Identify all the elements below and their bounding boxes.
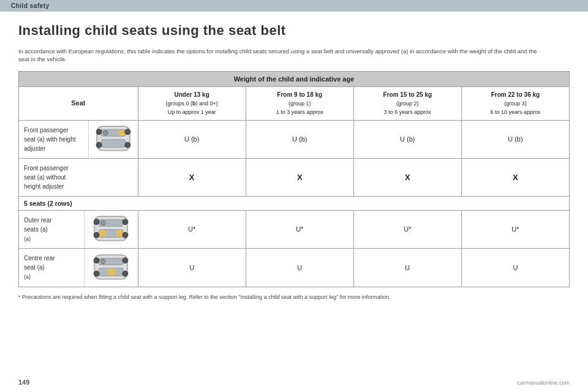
svg-rect-18	[99, 230, 105, 237]
svg-point-6	[125, 142, 130, 148]
footnote: * Precautions are required when fitting …	[18, 293, 545, 302]
table-header-top: Weight of the child and indicative age	[19, 71, 570, 86]
svg-point-15	[123, 219, 128, 225]
seat-label-front-with-adjuster: Front passengerseat (a) with heightadjus…	[19, 121, 88, 158]
cell-centre-rear-15to25: U	[353, 249, 461, 287]
svg-rect-30	[107, 269, 115, 276]
cell-front-noadj-9to18: X	[246, 158, 353, 196]
svg-rect-2	[101, 140, 126, 148]
cell-front-noadj-15to25: X	[353, 158, 461, 196]
page-content: Installing child seats using the seat be…	[0, 12, 588, 314]
svg-point-26	[94, 258, 99, 263]
svg-rect-7	[118, 130, 124, 136]
svg-point-4	[125, 129, 130, 135]
table-row: Centre rearseat (a)(a)	[19, 249, 570, 287]
cell-outer-rear-22to36: U*	[461, 210, 569, 249]
svg-point-14	[94, 219, 99, 225]
col-header-22to36: From 22 to 36 kg (group 3)6 to 10 years …	[461, 86, 569, 120]
page-number: 149	[18, 379, 29, 386]
intro-text: In accordance with European regulations,…	[18, 47, 545, 64]
page-header: Child safety	[0, 0, 588, 12]
seat-label-centre-rear: Centre rearseat (a)(a)	[19, 249, 84, 287]
svg-rect-19	[116, 230, 123, 237]
svg-point-17	[123, 233, 128, 238]
table-header-cols: Seat Under 13 kg (groups 0 (b) and 0+)Up…	[19, 86, 570, 120]
car-image-centre-rear	[84, 249, 137, 287]
top-header-cell: Weight of the child and indicative age	[19, 71, 570, 86]
seat-label-front-no-adjuster: Front passengerseat (a) withoutheight ad…	[19, 158, 138, 196]
table-row: Outer rearseats (a)(a)	[19, 210, 570, 249]
cell-outer-rear-under13: U*	[138, 210, 246, 249]
table-row: Front passengerseat (a) with heightadjus…	[19, 120, 570, 158]
car-image-front-with-adjuster	[88, 121, 138, 158]
car-diagram-centre-rear	[89, 252, 133, 282]
table-row-section: 5 seats (2 rows)	[19, 196, 570, 210]
page-title: Installing child seats using the seat be…	[18, 23, 570, 39]
table-row: Front passengerseat (a) withoutheight ad…	[19, 158, 570, 196]
cell-front-adj-22to36: U (b)	[461, 120, 569, 158]
svg-point-5	[96, 142, 102, 148]
car-image-outer-rear	[84, 211, 137, 249]
section-label-5seats: 5 seats (2 rows)	[19, 196, 570, 210]
car-diagram-outer-rear	[89, 214, 133, 243]
cell-centre-rear-9to18: U	[246, 249, 353, 287]
cell-front-noadj-under13: X	[138, 158, 246, 196]
svg-point-16	[94, 233, 99, 238]
svg-point-28	[94, 271, 99, 276]
section-label: Child safety	[11, 2, 50, 9]
col-header-under13: Under 13 kg (groups 0 (b) and 0+)Up to a…	[138, 86, 246, 120]
svg-point-27	[123, 258, 128, 263]
col-header-seat: Seat	[19, 86, 138, 120]
cell-front-noadj-22to36: X	[461, 158, 569, 196]
car-diagram	[91, 124, 135, 153]
cell-front-adj-9to18: U (b)	[246, 120, 353, 158]
seat-label-outer-rear: Outer rearseats (a)(a)	[19, 211, 84, 249]
cell-outer-rear-9to18: U*	[246, 210, 353, 249]
cell-front-adj-15to25: U (b)	[353, 120, 461, 158]
svg-point-3	[96, 129, 102, 135]
watermark: carmanualonline.com	[517, 380, 570, 386]
cell-centre-rear-22to36: U	[461, 249, 569, 287]
col-header-15to25: From 15 to 25 kg (group 2)3 to 6 years a…	[353, 86, 461, 120]
svg-point-29	[123, 271, 128, 276]
cell-front-adj-under13: U (b)	[138, 120, 246, 158]
cell-outer-rear-15to25: U*	[353, 210, 461, 249]
main-table: Weight of the child and indicative age S…	[18, 71, 570, 287]
cell-centre-rear-under13: U	[138, 249, 246, 287]
col-header-9to18: From 9 to 18 kg (group 1)1 to 3 years ap…	[246, 86, 353, 120]
